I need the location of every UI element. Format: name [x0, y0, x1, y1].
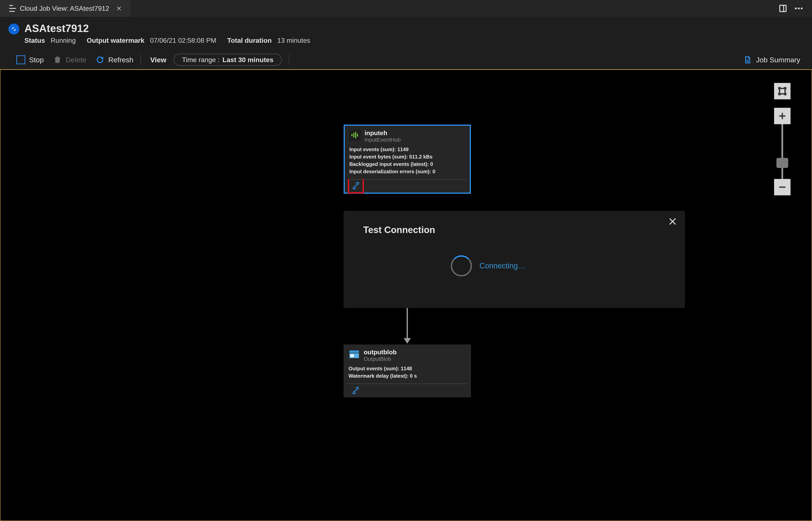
- refresh-button[interactable]: Refresh: [96, 55, 133, 64]
- zoom-controls: [774, 83, 791, 195]
- time-range-value: Last 30 minutes: [223, 56, 274, 64]
- job-toolbar: Stop Delete Refresh View Time range : La…: [0, 50, 812, 69]
- editor-tabbar: Cloud Job View: ASAtest7912: [0, 0, 812, 17]
- input-node-metrics: Input events (sum): 1149 Input event byt…: [345, 144, 470, 178]
- input-node-subtitle: InputEventHub: [364, 137, 401, 143]
- time-range-pill[interactable]: Time range : Last 30 minutes: [174, 54, 282, 66]
- zoom-in-button[interactable]: [774, 108, 791, 124]
- stream-analytics-icon: [8, 24, 19, 35]
- tab-title: Cloud Job View: ASAtest7912: [20, 5, 109, 13]
- output-node-metrics: Output events (sum): 1148 Watermark dela…: [344, 363, 471, 383]
- input-node-title: inputeh: [364, 130, 401, 137]
- duration-value: 13 minutes: [277, 37, 310, 44]
- watermark-value: 07/06/21 02:58:08 PM: [150, 37, 216, 44]
- delete-button: Delete: [53, 55, 86, 64]
- status-label: Status: [24, 37, 45, 44]
- duration-label: Total duration: [227, 37, 272, 44]
- event-hub-icon: [349, 130, 361, 141]
- test-connection-button[interactable]: [348, 179, 364, 194]
- view-label[interactable]: View: [150, 56, 166, 64]
- job-meta: Status Running Output watermark 07/06/21…: [24, 37, 310, 44]
- output-node-subtitle: OutputBlob: [364, 356, 397, 362]
- job-header: ASAtest7912 Status Running Output waterm…: [0, 17, 812, 50]
- output-node-title: outputblob: [364, 348, 397, 356]
- diagram-canvas[interactable]: inputeh InputEventHub Input events (sum)…: [0, 69, 812, 521]
- stop-button[interactable]: Stop: [17, 55, 44, 64]
- document-icon: [743, 55, 752, 64]
- trash-icon: [53, 55, 62, 64]
- loading-spinner-icon: [451, 255, 472, 276]
- test-connection-button[interactable]: [348, 384, 364, 397]
- split-editor-icon[interactable]: [779, 4, 787, 13]
- refresh-icon: [96, 55, 105, 64]
- blob-storage-icon: [348, 348, 360, 360]
- zoom-slider-thumb[interactable]: [776, 158, 788, 168]
- close-dialog-button[interactable]: [668, 217, 677, 226]
- svg-rect-4: [780, 88, 785, 94]
- toolbar-separator: [289, 55, 289, 65]
- dialog-status: Connecting…: [479, 262, 525, 270]
- svg-rect-11: [351, 354, 354, 357]
- test-connection-dialog: Test Connection Connecting…: [344, 211, 685, 308]
- close-tab-button[interactable]: [114, 4, 123, 13]
- svg-point-2: [798, 7, 799, 9]
- svg-rect-5: [352, 134, 353, 136]
- job-summary-button[interactable]: Job Summary: [743, 55, 800, 64]
- job-title: ASAtest7912: [24, 22, 310, 35]
- tab-document-icon: [9, 5, 16, 12]
- svg-rect-0: [780, 5, 786, 12]
- zoom-out-button[interactable]: [774, 179, 791, 195]
- watermark-label: Output watermark: [87, 37, 144, 44]
- svg-rect-8: [357, 134, 358, 137]
- svg-rect-6: [353, 133, 354, 137]
- toolbar-separator: [140, 55, 141, 65]
- time-range-label: Time range :: [182, 56, 220, 64]
- dialog-title: Test Connection: [344, 211, 684, 235]
- svg-point-1: [795, 7, 797, 9]
- more-actions-icon[interactable]: [795, 7, 803, 9]
- stop-icon: [17, 55, 25, 64]
- svg-point-3: [801, 7, 803, 9]
- flow-arrow: [407, 307, 408, 343]
- status-value: Running: [50, 37, 75, 44]
- svg-rect-9: [349, 350, 359, 353]
- output-node[interactable]: outputblob OutputBlob Output events (sum…: [344, 345, 471, 397]
- editor-tab[interactable]: Cloud Job View: ASAtest7912: [0, 0, 130, 17]
- zoom-fit-button[interactable]: [774, 83, 791, 99]
- input-node[interactable]: inputeh InputEventHub Input events (sum)…: [344, 124, 471, 194]
- svg-rect-7: [355, 132, 356, 138]
- zoom-slider-track[interactable]: [782, 124, 783, 179]
